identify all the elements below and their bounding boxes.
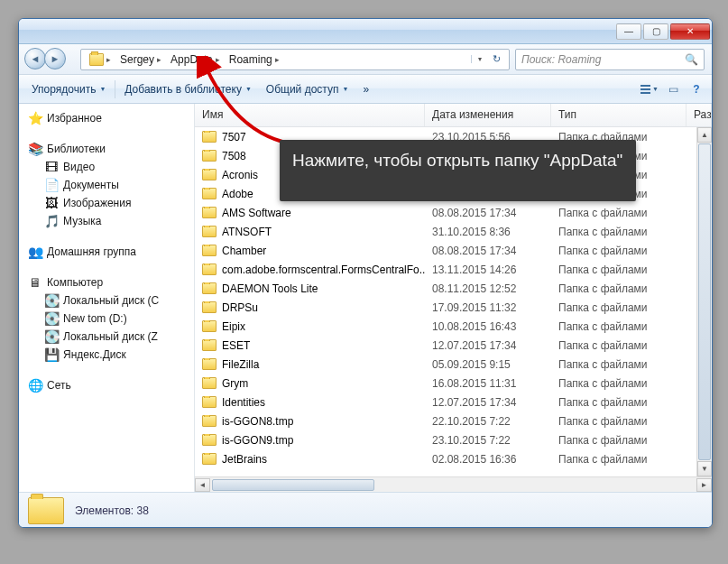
breadcrumb-seg: Roaming▸ — [225, 51, 284, 68]
file-type: Папка с файлами — [551, 226, 687, 238]
share-button[interactable]: Общий доступ▼ — [259, 79, 356, 99]
sidebar-item-pictures[interactable]: 🖼Изображения — [24, 194, 194, 212]
sidebar-drive-c[interactable]: 💽Локальный диск (C — [24, 291, 194, 310]
music-icon: 🎵 — [44, 214, 59, 228]
file-type: Папка с файлами — [551, 264, 687, 276]
folder-icon — [202, 169, 217, 180]
file-date: 08.08.2015 17:34 — [425, 207, 551, 219]
folder-icon — [202, 150, 217, 162]
table-row[interactable]: ATNSOFT31.10.2015 8:36Папка с файлами — [195, 222, 712, 241]
sidebar-computer[interactable]: 🖥Компьютер — [24, 273, 194, 291]
table-row[interactable]: com.adobe.formscentral.FormsCentralFo...… — [195, 260, 712, 279]
sidebar-drive-z[interactable]: 💽Локальный диск (Z — [24, 328, 194, 346]
preview-pane-button[interactable]: ▭ — [663, 79, 683, 99]
file-name: AMS Software — [222, 207, 291, 219]
sidebar-network[interactable]: 🌐Сеть — [24, 376, 194, 394]
file-date: 22.10.2015 7:22 — [425, 415, 551, 428]
file-type: Папка с файлами — [551, 339, 687, 352]
close-button[interactable]: ✕ — [670, 23, 710, 40]
table-row[interactable]: FileZilla05.09.2015 9:15Папка с файлами — [195, 355, 712, 374]
refresh-button[interactable]: ↻ — [487, 53, 505, 65]
toolbar: Упорядочить▼ Добавить в библиотеку▼ Общи… — [19, 75, 712, 104]
help-button[interactable]: ? — [687, 79, 706, 99]
table-row[interactable]: JetBrains02.08.2015 16:36Папка с файлами — [195, 449, 712, 468]
file-name: Identities — [222, 396, 265, 409]
folder-icon — [89, 53, 104, 66]
scroll-thumb[interactable] — [698, 143, 711, 460]
file-name: DAEMON Tools Lite — [222, 282, 318, 295]
table-row[interactable]: is-GGON8.tmp22.10.2015 7:22Папка с файла… — [195, 411, 712, 430]
sidebar-yandex-disk[interactable]: 💾Яндекс.Диск — [24, 346, 194, 364]
search-box[interactable]: Поиск: Roaming 🔍 — [515, 49, 705, 70]
scroll-right-arrow[interactable]: ► — [696, 478, 712, 492]
nav-buttons: ◄ ► — [24, 48, 75, 71]
drive-icon: 💽 — [44, 293, 59, 308]
file-type: Папка с файлами — [551, 434, 687, 447]
table-row[interactable]: Chamber08.08.2015 17:34Папка с файлами — [195, 241, 712, 260]
file-type: Папка с файлами — [551, 245, 687, 257]
minimize-button[interactable]: — — [616, 23, 641, 40]
file-name: Chamber — [222, 245, 266, 257]
address-dropdown[interactable]: ▾ — [471, 55, 487, 63]
table-row[interactable]: Grym16.08.2015 11:31Папка с файлами — [195, 374, 712, 393]
table-row[interactable]: is-GGON9.tmp23.10.2015 7:22Папка с файла… — [195, 430, 712, 449]
toolbar-more[interactable]: » — [355, 79, 376, 99]
scroll-thumb[interactable] — [212, 479, 374, 491]
table-row[interactable]: AMS Software08.08.2015 17:34Папка с файл… — [195, 203, 712, 222]
address-bar[interactable]: ▸ Sergey▸ AppData▸ Roaming▸ ▾ ↻ — [80, 49, 510, 70]
file-date: 02.08.2015 16:36 — [425, 453, 551, 466]
file-name: Eipix — [222, 320, 245, 333]
file-date: 05.09.2015 9:15 — [425, 358, 551, 371]
col-size[interactable]: Разме — [687, 104, 712, 126]
breadcrumb-seg: AppData▸ — [166, 51, 225, 68]
sidebar-item-music[interactable]: 🎵Музыка — [24, 212, 194, 230]
add-to-library-button[interactable]: Добавить в библиотеку▼ — [117, 79, 258, 99]
file-type: Папка с файлами — [551, 396, 687, 409]
sidebar-item-video[interactable]: 🎞Видео — [24, 158, 194, 176]
scroll-down-arrow[interactable]: ▼ — [697, 461, 712, 476]
file-type: Папка с файлами — [551, 282, 687, 295]
organize-button[interactable]: Упорядочить▼ — [24, 79, 113, 99]
table-row[interactable]: Eipix10.08.2015 16:43Папка с файлами — [195, 317, 712, 336]
horizontal-scrollbar[interactable]: ◄ ► — [195, 476, 712, 492]
file-type: Папка с файлами — [551, 358, 687, 371]
forward-button[interactable]: ► — [44, 48, 66, 69]
folder-icon — [202, 377, 217, 389]
maximize-button[interactable]: ▢ — [643, 23, 668, 40]
folder-icon — [202, 396, 217, 408]
breadcrumb-seg: Sergey▸ — [115, 51, 166, 68]
file-date: 12.07.2015 17:34 — [425, 396, 551, 409]
table-row[interactable]: ESET12.07.2015 17:34Папка с файлами — [195, 336, 712, 355]
title-bar[interactable]: — ▢ ✕ — [19, 19, 712, 44]
vertical-scrollbar[interactable]: ▲ ▼ — [696, 127, 712, 476]
status-bar: Элементов: 38 — [19, 492, 712, 528]
sidebar-homegroup[interactable]: 👥Домашняя группа — [24, 243, 194, 261]
col-type[interactable]: Тип — [551, 104, 687, 126]
file-type: Папка с файлами — [551, 320, 687, 333]
folder-icon — [202, 415, 217, 427]
back-button[interactable]: ◄ — [24, 48, 46, 69]
table-row[interactable]: DAEMON Tools Lite08.11.2015 12:52Папка с… — [195, 279, 712, 298]
col-name[interactable]: Имя — [195, 104, 425, 126]
sidebar-favorites[interactable]: ⭐Избранное — [24, 109, 194, 127]
sidebar-libraries[interactable]: 📚Библиотеки — [24, 140, 194, 158]
view-options-button[interactable]: ▼ — [640, 79, 659, 99]
scroll-left-arrow[interactable]: ◄ — [195, 478, 210, 492]
file-name: is-GGON9.tmp — [222, 434, 293, 447]
homegroup-icon: 👥 — [28, 245, 42, 259]
scroll-up-arrow[interactable]: ▲ — [697, 127, 712, 143]
annotation-tooltip: Нажмите, чтобы открыть папку "AppData" — [280, 140, 636, 201]
file-name: Grym — [222, 377, 248, 390]
folder-icon — [202, 282, 217, 294]
table-row[interactable]: Identities12.07.2015 17:34Папка с файлам… — [195, 393, 712, 411]
sidebar-item-documents[interactable]: 📄Документы — [24, 176, 194, 194]
file-name: DRPSu — [222, 301, 258, 314]
file-type: Папка с файлами — [551, 415, 687, 428]
sidebar-drive-d[interactable]: 💽New tom (D:) — [24, 310, 194, 328]
table-row[interactable]: DRPSu17.09.2015 11:32Папка с файлами — [195, 298, 712, 317]
col-date[interactable]: Дата изменения — [425, 104, 551, 126]
file-date: 08.08.2015 17:34 — [425, 245, 551, 257]
pictures-icon: 🖼 — [44, 196, 59, 210]
folder-icon — [202, 358, 217, 370]
file-date: 17.09.2015 11:32 — [425, 301, 551, 314]
